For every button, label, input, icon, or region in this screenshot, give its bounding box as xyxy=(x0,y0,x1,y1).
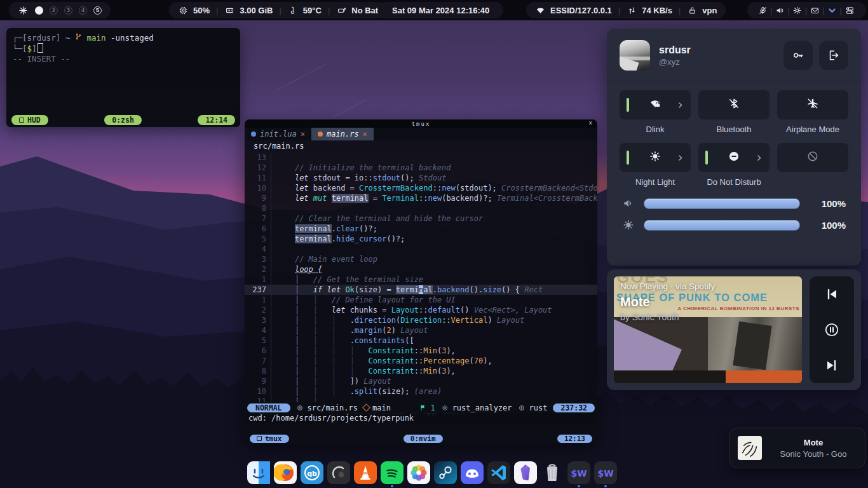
tmux-window-nvim[interactable]: 0:nvim xyxy=(403,435,443,443)
temperature: 59°C xyxy=(303,6,322,15)
next-track-button[interactable] xyxy=(822,356,841,375)
toggle-label: Dlink xyxy=(646,125,665,134)
album-art[interactable]: GOES SHAPE OF PUNK TO COME A CHIMERICAL … xyxy=(614,276,802,383)
code-text: // Initialize the terminal backend xyxy=(271,163,451,173)
toggle-night-light: Night Light xyxy=(620,143,691,187)
toggle-label: Do Not Disturb xyxy=(707,177,761,187)
tmux-session-name[interactable]: tmux xyxy=(250,435,289,443)
mail-icon[interactable] xyxy=(808,5,821,15)
active-indicator xyxy=(627,151,629,165)
tmux-session-hud[interactable]: HUD xyxy=(11,115,48,125)
blocked-button[interactable] xyxy=(777,143,848,172)
dock-item-file-manager[interactable] xyxy=(247,461,270,484)
code-text: │ │ │ │ Constraint::Percentage(70), xyxy=(271,356,492,366)
tab-close-icon[interactable]: × xyxy=(363,130,367,139)
dlink-button[interactable] xyxy=(620,90,691,119)
dock-item-app-sw-2[interactable]: $W xyxy=(594,461,617,484)
volume-icon[interactable] xyxy=(773,5,786,15)
bluetooth-button[interactable] xyxy=(698,90,770,119)
code-line: 5 │ │ │ .constraints([ xyxy=(245,336,597,346)
pause-button[interactable] xyxy=(822,320,841,339)
vim-mode-pill: NORMAL xyxy=(247,403,290,412)
dock-item-trash[interactable] xyxy=(541,461,564,484)
dock-item-firefox[interactable] xyxy=(274,461,297,484)
workspace-4[interactable]: 4 xyxy=(79,6,87,15)
dock-item-obsidian[interactable] xyxy=(514,461,537,484)
brightness-slider[interactable] xyxy=(644,220,800,231)
star-logo-icon[interactable] xyxy=(18,5,28,15)
chevron-right-icon[interactable] xyxy=(755,153,763,161)
tab-close-icon[interactable]: × xyxy=(301,130,305,139)
code-text xyxy=(271,244,276,254)
mic-off-icon[interactable] xyxy=(756,5,769,15)
code-line: 6 │ │ │ │ Constraint::Min(3), xyxy=(245,346,597,356)
code-text: terminal.hide_cursor()?; xyxy=(271,234,405,244)
network-island[interactable]: ESSID/127.0.0.1 | 74 KB/s | vpn xyxy=(526,2,726,18)
night-light-button[interactable] xyxy=(620,143,691,172)
code-line: 4 │ │ │ .margin(2) Layout xyxy=(245,325,597,336)
dock-item-app-sw-1[interactable]: $W xyxy=(567,461,590,484)
code-line: 8 xyxy=(245,203,597,214)
window-titlebar[interactable]: tmux x xyxy=(245,119,597,128)
workspace-3[interactable]: 3 xyxy=(64,6,72,15)
line-number: 6 xyxy=(245,346,271,356)
code-line: 12 // Initialize the terminal backend xyxy=(245,163,597,173)
close-button[interactable]: x xyxy=(589,119,592,126)
code-line: 13 xyxy=(245,152,597,163)
sun-icon xyxy=(649,150,661,165)
logout-button[interactable] xyxy=(819,41,848,70)
tray-island: | | | | | xyxy=(747,2,866,18)
editor-window[interactable]: tmux x init.lua×main.rs× src/main.rs 131… xyxy=(245,119,597,444)
code-text: loop { xyxy=(271,264,322,274)
dock-item-discord[interactable] xyxy=(461,461,484,484)
chevron-down-icon[interactable] xyxy=(826,5,839,15)
airplane-mode-button[interactable] xyxy=(777,90,848,119)
divider xyxy=(607,81,861,81)
code-line: 9 │ │ │ ]) Layout xyxy=(245,376,597,386)
window-title: tmux xyxy=(412,121,431,127)
sliders-section: 100%100% xyxy=(607,187,861,231)
notification-toast[interactable]: Mote Sonic Youth - Goo xyxy=(729,428,865,468)
tab-init.lua[interactable]: init.lua× xyxy=(245,128,311,140)
workspace-2[interactable]: 2 xyxy=(50,6,58,15)
lock-keys-button[interactable] xyxy=(783,41,813,70)
dock-item-mpv[interactable] xyxy=(327,461,350,484)
brightness-icon xyxy=(622,219,635,231)
tab-main.rs[interactable]: main.rs× xyxy=(311,128,374,140)
workspace-1[interactable] xyxy=(35,6,43,15)
gear-icon[interactable] xyxy=(791,5,804,15)
line-number: 2 xyxy=(245,305,271,315)
code-text: │ // Get the terminal size xyxy=(271,274,423,285)
running-indicator xyxy=(578,485,580,487)
track-title: Mote xyxy=(620,295,715,309)
dock-item-vscode[interactable] xyxy=(487,461,510,484)
code-text: let backend = CrosstermBackend::new(stdo… xyxy=(271,183,597,193)
do-not-disturb-button[interactable] xyxy=(698,143,770,172)
dock-item-steam[interactable] xyxy=(434,461,457,484)
clock-island[interactable]: Sat 09 Mar 2024 12:16:40 xyxy=(378,2,503,18)
active-indicator xyxy=(627,98,629,112)
code-text xyxy=(271,203,276,214)
volume-slider[interactable] xyxy=(644,198,800,209)
dock-item-photos[interactable] xyxy=(407,461,430,484)
previous-track-button[interactable] xyxy=(822,285,841,304)
line-number: 6 xyxy=(245,224,271,234)
dock-item-vlc[interactable] xyxy=(354,461,377,484)
lsp-name: rust_analyzer xyxy=(452,403,512,412)
battery-missing-icon xyxy=(336,5,346,15)
dock-item-qutebrowser[interactable]: qb xyxy=(301,461,323,484)
line-number: 10 xyxy=(245,386,271,396)
chevron-right-icon[interactable] xyxy=(676,100,684,109)
rust-lang-icon xyxy=(518,403,526,412)
chevron-right-icon[interactable] xyxy=(676,153,684,161)
switcher-icon[interactable] xyxy=(843,5,857,15)
code-area[interactable]: 1312 // Initialize the terminal backend1… xyxy=(245,151,597,417)
now-playing-caption: Now Playing - via Spotify xyxy=(620,281,715,291)
code-line: 11 let stdout = io::stdout(); Stdout xyxy=(245,173,597,183)
tmux-window-zsh[interactable]: 0:zsh xyxy=(104,115,142,125)
workspace-5[interactable]: 5 xyxy=(93,6,102,15)
notification-title: Mote xyxy=(770,438,857,447)
terminal-window[interactable]: ┌─[srdusr] ~ main -unstaged └─[$] -- INS… xyxy=(6,28,240,127)
volume-icon xyxy=(622,197,635,210)
dock-item-spotify[interactable] xyxy=(381,461,403,484)
